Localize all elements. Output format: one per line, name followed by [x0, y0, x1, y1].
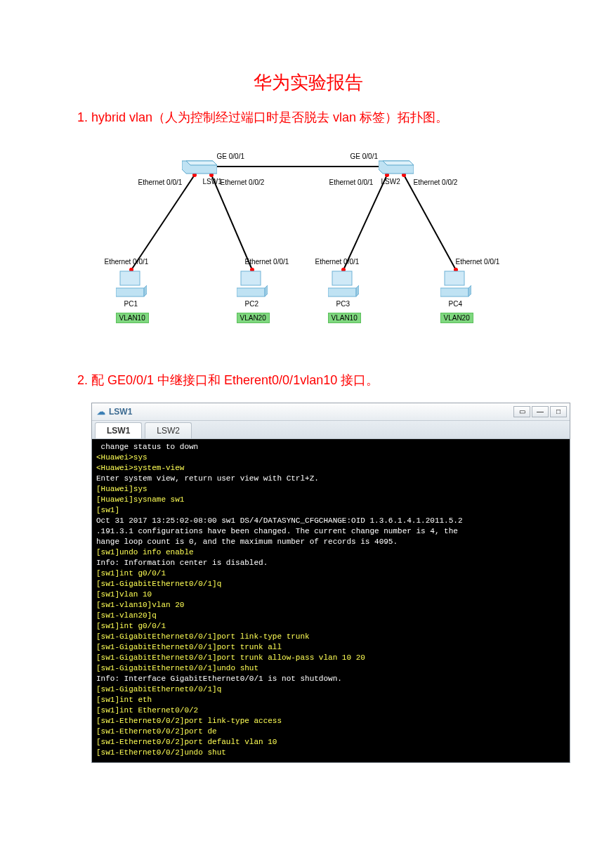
svg-line-2 [211, 175, 252, 270]
port-label-ge-left: GE 0/0/1 [217, 152, 244, 160]
topology-diagram: LSW1 LSW2 GE 0/0/1 GE 0/0/1 Ethernet 0/0… [84, 140, 533, 344]
svg-line-1 [131, 175, 195, 270]
app-icon: ☁ [96, 407, 106, 417]
switch-lsw2-label: LSW2 [381, 178, 400, 185]
pc4-icon [440, 270, 471, 299]
svg-marker-18 [383, 161, 414, 165]
port-label-pc3-eth: Ethernet 0/0/1 [315, 258, 360, 266]
page-title: 华为实验报告 [77, 70, 539, 95]
pc1-vlan-tag: VLAN10 [116, 313, 149, 323]
window-titlebar: ☁ LSW1 ▭ — □ [92, 403, 570, 421]
svg-rect-23 [237, 288, 265, 297]
svg-rect-29 [440, 288, 468, 297]
port-label-lsw1-eth001: Ethernet 0/0/1 [138, 178, 183, 186]
tab-lsw1[interactable]: LSW1 [95, 422, 142, 438]
svg-marker-30 [468, 285, 471, 297]
tab-lsw2[interactable]: LSW2 [145, 422, 192, 438]
section-1-heading: 1. hybrid vlan（人为控制经过端口时是否脱去 vlan 标签）拓扑图… [77, 109, 539, 126]
port-label-lsw2-eth002: Ethernet 0/0/2 [414, 178, 458, 186]
pc1-label: PC1 [124, 300, 138, 308]
port-label-pc1-eth: Ethernet 0/0/1 [105, 258, 149, 266]
svg-rect-22 [241, 271, 261, 285]
svg-line-4 [404, 175, 456, 270]
window-title-text: LSW1 [109, 407, 132, 417]
switch-lsw1-label: LSW1 [203, 178, 222, 185]
svg-rect-25 [332, 271, 352, 285]
window-minimize-button[interactable]: — [532, 406, 549, 417]
window-extra-button[interactable]: ▭ [513, 406, 530, 417]
port-label-pc2-eth: Ethernet 0/0/1 [245, 258, 289, 266]
pc3-label: PC3 [336, 300, 350, 308]
pc1-icon [116, 270, 147, 299]
terminal-output[interactable]: change status to down <Huawei>sys <Huawe… [92, 439, 570, 762]
port-label-lsw2-eth001: Ethernet 0/0/1 [329, 178, 374, 186]
tab-bar: LSW1 LSW2 [92, 421, 570, 439]
svg-rect-20 [116, 288, 144, 297]
switch-lsw1-icon [182, 159, 217, 175]
pc3-icon [328, 270, 359, 299]
pc3-vlan-tag: VLAN10 [328, 313, 361, 323]
svg-rect-19 [120, 271, 140, 285]
port-label-lsw1-eth002: Ethernet 0/0/2 [221, 178, 265, 186]
pc2-vlan-tag: VLAN20 [237, 313, 270, 323]
svg-marker-16 [186, 161, 217, 165]
svg-rect-28 [445, 271, 464, 285]
svg-marker-27 [356, 285, 359, 297]
pc2-label: PC2 [245, 300, 258, 308]
port-label-ge-right: GE 0/0/1 [350, 152, 378, 160]
svg-rect-26 [328, 288, 356, 297]
svg-marker-21 [144, 285, 147, 297]
terminal-window: ☁ LSW1 ▭ — □ LSW1 LSW2 change status to … [91, 403, 570, 763]
svg-marker-24 [265, 285, 268, 297]
switch-lsw2-icon [379, 159, 414, 175]
port-label-pc4-eth: Ethernet 0/0/1 [456, 258, 500, 266]
pc4-label: PC4 [449, 300, 462, 308]
svg-line-3 [343, 175, 387, 270]
section-2-heading: 2. 配 GE0/0/1 中继接口和 Etherent0/0/1vlan10 接… [77, 372, 539, 389]
window-maximize-button[interactable]: □ [550, 406, 567, 417]
pc4-vlan-tag: VLAN20 [440, 313, 473, 323]
pc2-icon [237, 270, 268, 299]
